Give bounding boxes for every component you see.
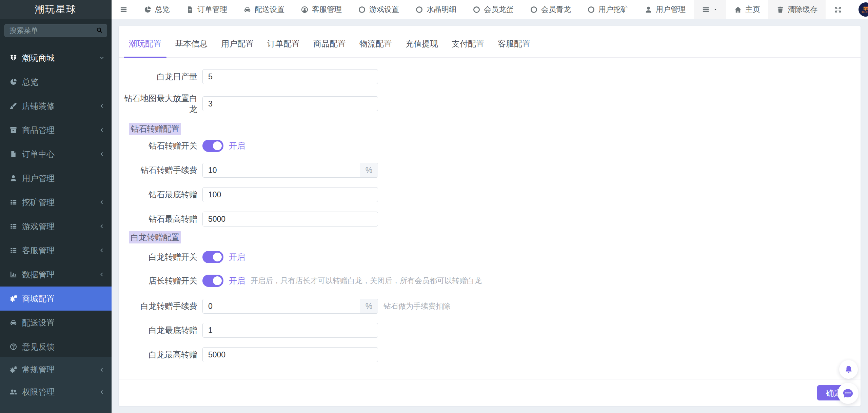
field-hint: 开启后，只有店长才可以转赠白龙，关闭后，所有会员都可以转赠白龙 bbox=[251, 276, 482, 286]
input-addon: % bbox=[360, 163, 378, 177]
nav-clear-cache[interactable]: 清除缓存 bbox=[768, 0, 826, 19]
sidebar-item-order-center[interactable]: 订单中心 bbox=[0, 142, 112, 166]
form-row-white-dragon-transfer-max: 白龙最高转赠 bbox=[119, 347, 861, 362]
toggle-state-label: 开启 bbox=[229, 140, 245, 151]
form-row-diamond-transfer-config: 钻石转赠配置 bbox=[119, 123, 861, 134]
brand-logo[interactable]: 潮玩星球 bbox=[0, 0, 112, 19]
topnav-item-label: 用户挖矿 bbox=[598, 4, 628, 15]
sidebar-item-permission-management[interactable]: 权限管理 bbox=[0, 381, 112, 403]
sidebar-item-service-management[interactable]: 客服管理 bbox=[0, 238, 112, 262]
pie-icon bbox=[144, 6, 152, 14]
topnav-item-member-azure-dragon[interactable]: 会员青龙 bbox=[522, 0, 579, 19]
sidebar-item-user-management[interactable]: 用户管理 bbox=[0, 166, 112, 190]
field-label: 店长转赠开关 bbox=[119, 275, 202, 286]
field-input-diamond-transfer-min[interactable] bbox=[203, 188, 378, 202]
tab-label: 订单配置 bbox=[267, 39, 300, 48]
field-input-white-dragon-transfer-max[interactable] bbox=[203, 348, 378, 362]
sidebar-item-game-management[interactable]: 游戏管理 bbox=[0, 214, 112, 238]
tab-label: 潮玩配置 bbox=[129, 39, 161, 48]
sidebar: 潮玩商城总览店铺装修商品管理订单中心用户管理挖矿管理游戏管理客服管理数据管理商城… bbox=[0, 19, 112, 413]
chev-left-icon bbox=[99, 151, 105, 157]
field-input-diamond-transfer-max[interactable] bbox=[203, 212, 378, 226]
form-row-diamond-transfer-max: 钻石最高转赠 bbox=[119, 212, 861, 227]
circle-icon bbox=[415, 6, 423, 14]
toggle-diamond-transfer-switch[interactable] bbox=[202, 140, 223, 152]
tab-order-config[interactable]: 订单配置 bbox=[260, 38, 307, 57]
nav-fullscreen[interactable] bbox=[826, 0, 850, 19]
field-input-diamond-transfer-fee[interactable] bbox=[203, 163, 360, 177]
tab-recharge-withdraw[interactable]: 充值提现 bbox=[399, 38, 445, 57]
form-row-shopkeeper-transfer-switch: 店长转赠开关开启开启后，只有店长才可以转赠白龙，关闭后，所有会员都可以转赠白龙 bbox=[119, 274, 861, 288]
tab-trendtoy-config[interactable]: 潮玩配置 bbox=[122, 38, 168, 57]
list-icon bbox=[9, 222, 17, 230]
avatar-logo-art: ✾ bbox=[863, 5, 868, 11]
toggle-knob bbox=[212, 251, 223, 263]
toggle-knob bbox=[212, 140, 223, 152]
tab-basic-info[interactable]: 基本信息 bbox=[168, 38, 214, 57]
sidebar-item-label: 常规管理 bbox=[22, 364, 55, 375]
topnav-item-user-mining[interactable]: 用户挖矿 bbox=[579, 0, 636, 19]
sidebar-item-delivery-settings[interactable]: 配送设置 bbox=[0, 311, 112, 335]
config-form: 白龙日产量钻石地图最大放置白龙钻石转赠配置钻石转赠开关开启钻石转赠手续费%钻石最… bbox=[119, 69, 861, 362]
topnav-item-label: 游戏设置 bbox=[369, 4, 399, 15]
search-icon[interactable] bbox=[96, 27, 103, 34]
topnav-item-crystal-details[interactable]: 水晶明细 bbox=[407, 0, 465, 19]
field-input-white-dragon-daily-output[interactable] bbox=[203, 70, 378, 84]
tab-product-config[interactable]: 商品配置 bbox=[307, 38, 353, 57]
sidebar-item-product-management[interactable]: 商品管理 bbox=[0, 118, 112, 142]
tab-label: 支付配置 bbox=[452, 39, 484, 48]
tab-bar: 潮玩配置基本信息用户配置订单配置商品配置物流配置充值提现支付配置客服配置 bbox=[119, 26, 861, 58]
field-input-diamond-map-max-white-dragon[interactable] bbox=[203, 97, 378, 111]
nav-dropdown-button[interactable] bbox=[694, 0, 726, 19]
car-icon bbox=[243, 6, 251, 14]
content-card: 潮玩配置基本信息用户配置订单配置商品配置物流配置充值提现支付配置客服配置 白龙日… bbox=[119, 26, 861, 406]
tab-payment-config[interactable]: 支付配置 bbox=[445, 38, 491, 57]
field-label: 白龙转赠开关 bbox=[119, 252, 202, 262]
topnav-item-user-management[interactable]: 用户管理 bbox=[636, 0, 694, 19]
toggle-white-dragon-transfer-switch[interactable] bbox=[202, 251, 223, 263]
sidebar-item-mall-config[interactable]: 商城配置 bbox=[0, 287, 112, 311]
topnav-item-game-settings[interactable]: 游戏设置 bbox=[350, 0, 407, 19]
topnav-item-menu-toggle[interactable] bbox=[112, 0, 136, 19]
sidebar-item-shop-decoration[interactable]: 店铺装修 bbox=[0, 94, 112, 118]
sidebar-item-mining-management[interactable]: 挖矿管理 bbox=[0, 190, 112, 214]
nav-home[interactable]: 主页 bbox=[726, 0, 768, 19]
field-input-white-dragon-transfer-fee[interactable] bbox=[203, 299, 360, 313]
sidebar-item-data-management[interactable]: 数据管理 bbox=[0, 262, 112, 287]
tab-label: 物流配置 bbox=[359, 39, 392, 48]
nav-admin[interactable]: ✾ 潮玩星球 管理员 bbox=[850, 0, 868, 19]
sidebar-item-label: 用户管理 bbox=[22, 173, 55, 184]
sidebar-item-label: 客服管理 bbox=[22, 245, 55, 256]
sidebar-item-trendtoy-mall[interactable]: 潮玩商城 bbox=[0, 46, 112, 70]
tab-service-config[interactable]: 客服配置 bbox=[491, 38, 537, 57]
tab-logistics-config[interactable]: 物流配置 bbox=[353, 38, 399, 57]
topnav-item-delivery-settings[interactable]: 配送设置 bbox=[235, 0, 293, 19]
field-input-white-dragon-transfer-min[interactable] bbox=[203, 323, 378, 337]
fullscreen-icon bbox=[834, 5, 842, 14]
topnav-item-member-dragon-egg[interactable]: 会员龙蛋 bbox=[465, 0, 522, 19]
nav-clear-cache-label: 清除缓存 bbox=[788, 4, 817, 15]
topnav-item-order-management[interactable]: 订单管理 bbox=[178, 0, 235, 19]
sidebar-item-feedback[interactable]: 意见反馈 bbox=[0, 335, 112, 359]
topnav-item-customer-service[interactable]: 客服管理 bbox=[293, 0, 350, 19]
topnav-item-label: 会员青龙 bbox=[541, 4, 571, 15]
circle-icon bbox=[473, 6, 480, 14]
chev-left-icon bbox=[99, 389, 105, 395]
chat-fab[interactable] bbox=[837, 383, 859, 404]
input-wrap: % bbox=[202, 299, 378, 314]
sidebar-item-overview[interactable]: 总览 bbox=[0, 70, 112, 94]
users-icon bbox=[9, 388, 17, 396]
search-input[interactable] bbox=[4, 24, 107, 37]
sidebar-item-label: 游戏管理 bbox=[22, 221, 55, 232]
field-label: 钻石转赠开关 bbox=[119, 140, 202, 151]
sidebar-item-general-management[interactable]: 常规管理 bbox=[0, 358, 112, 381]
topnav-right: 主页 清除缓存 ✾ 潮玩星球 管理员 bbox=[694, 0, 868, 19]
sidebar-item-label: 权限管理 bbox=[22, 387, 55, 397]
sidebar-item-label: 店铺装修 bbox=[22, 101, 55, 112]
chev-left-icon bbox=[99, 272, 105, 277]
notifications-fab[interactable] bbox=[839, 360, 858, 379]
chat-bubble-icon bbox=[842, 387, 854, 399]
topnav-item-overview[interactable]: 总览 bbox=[136, 0, 178, 19]
tab-user-config[interactable]: 用户配置 bbox=[214, 38, 260, 57]
toggle-shopkeeper-transfer-switch[interactable] bbox=[202, 275, 223, 287]
